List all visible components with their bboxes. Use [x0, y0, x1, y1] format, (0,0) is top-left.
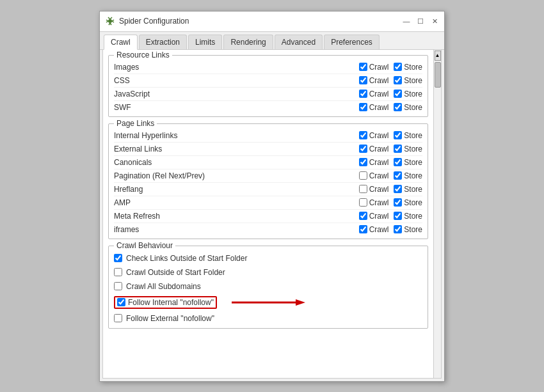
- el-store-checkbox[interactable]: [394, 145, 402, 153]
- mr-crawl-checkbox[interactable]: [359, 212, 367, 220]
- maximize-button[interactable]: ☐: [416, 17, 425, 26]
- table-row: External Links Crawl Store: [114, 143, 422, 156]
- row-label-swf: SWF: [114, 103, 354, 112]
- tab-advanced[interactable]: Advanced: [275, 35, 323, 49]
- check-links-outside-checkbox[interactable]: [114, 254, 122, 262]
- check-links-outside-label: Check Links Outside of Start Folder: [126, 254, 247, 263]
- hre-store-checkbox[interactable]: [394, 185, 402, 193]
- swf-store-group: Store: [394, 103, 422, 112]
- resource-links-label: Resource Links: [114, 51, 172, 59]
- table-row: AMP Crawl Store: [114, 196, 422, 210]
- css-store-checkbox[interactable]: [394, 76, 402, 84]
- can-store-checkbox[interactable]: [394, 158, 402, 166]
- crawl-label-images: Crawl: [369, 63, 389, 72]
- close-button[interactable]: ✕: [430, 17, 439, 26]
- page-links-section: Page Links Internal Hyperlinks Crawl Sto…: [108, 123, 428, 239]
- follow-external-nofollow-label: Follow External "nofollow": [126, 314, 214, 323]
- tab-limits[interactable]: Limits: [188, 35, 222, 49]
- table-row: Hreflang Crawl Store: [114, 183, 422, 196]
- hre-crawl-checkbox[interactable]: [359, 185, 367, 193]
- store-label-swf: Store: [404, 103, 422, 112]
- follow-internal-nofollow-checkbox[interactable]: [117, 298, 125, 306]
- tab-preferences[interactable]: Preferences: [324, 35, 380, 49]
- svg-line-4: [106, 21, 108, 22]
- table-row: CSS Crawl Store: [114, 74, 422, 88]
- crawl-behaviour-section: Crawl Behaviour Check Links Outside of S…: [108, 246, 428, 329]
- row-label-amp: AMP: [114, 198, 354, 207]
- table-row: JavaScript Crawl Store: [114, 88, 422, 101]
- el-crawl-checkbox[interactable]: [359, 145, 367, 153]
- content-wrapper: Resource Links Images Crawl Store: [102, 50, 442, 379]
- pag-crawl-checkbox[interactable]: [359, 171, 367, 180]
- table-row: Images Crawl Store: [114, 61, 422, 74]
- row-label-css: CSS: [114, 76, 354, 85]
- tab-crawl[interactable]: Crawl: [104, 35, 138, 50]
- js-store-checkbox[interactable]: [394, 90, 402, 98]
- follow-external-nofollow-checkbox[interactable]: [114, 314, 122, 322]
- if-crawl-checkbox[interactable]: [359, 225, 367, 233]
- window-controls: — ☐ ✕: [402, 17, 439, 26]
- ih-crawl-checkbox[interactable]: [359, 131, 367, 139]
- follow-internal-nofollow-label: Follow Internal "nofollow": [128, 298, 214, 307]
- row-label-hreflang: Hreflang: [114, 185, 354, 194]
- crawl-all-subdomains-checkbox[interactable]: [114, 282, 122, 290]
- list-item: Check Links Outside of Start Folder: [114, 251, 422, 265]
- row-label-iframes: iframes: [114, 225, 354, 234]
- can-crawl-checkbox[interactable]: [359, 158, 367, 166]
- css-store-group: Store: [394, 76, 422, 85]
- ih-store-checkbox[interactable]: [394, 131, 402, 139]
- row-label-internal-hyperlinks: Internal Hyperlinks: [114, 131, 354, 140]
- js-store-label: Store: [394, 90, 422, 98]
- table-row: Meta Refresh Crawl Store: [114, 210, 422, 223]
- red-arrow: [228, 296, 305, 309]
- store-label-css: Store: [404, 76, 422, 85]
- ih-crawl-group: Crawl: [359, 131, 389, 140]
- if-store-checkbox[interactable]: [394, 225, 402, 233]
- table-row: Internal Hyperlinks Crawl Store: [114, 129, 422, 143]
- table-row: Canonicals Crawl Store: [114, 156, 422, 169]
- crawl-behaviour-label: Crawl Behaviour: [114, 241, 175, 250]
- follow-internal-nofollow-highlight: Follow Internal "nofollow": [114, 296, 217, 309]
- crawl-outside-checkbox[interactable]: [114, 268, 122, 276]
- spider-config-window: Spider Configuration — ☐ ✕ Crawl Extract…: [99, 11, 445, 382]
- amp-store-checkbox[interactable]: [394, 198, 402, 207]
- images-crawl-checkbox[interactable]: [359, 63, 367, 71]
- js-crawl-label: Crawl: [359, 90, 389, 98]
- list-item: Follow External "nofollow": [114, 311, 422, 325]
- images-store-label: Store: [394, 63, 422, 72]
- tab-bar: Crawl Extraction Limits Rendering Advanc…: [100, 32, 444, 50]
- svg-line-6: [112, 21, 114, 22]
- row-label-external-links: External Links: [114, 145, 354, 153]
- scrollbar-thumb[interactable]: [435, 62, 441, 88]
- swf-crawl-group: Crawl: [359, 103, 389, 112]
- svg-line-8: [110, 23, 111, 25]
- crawl-label-swf: Crawl: [369, 103, 389, 112]
- crawl-outside-label: Crawl Outside of Start Folder: [126, 268, 225, 277]
- mr-store-checkbox[interactable]: [394, 212, 402, 220]
- row-label-canonicals: Canonicals: [114, 158, 354, 167]
- svg-marker-10: [296, 299, 305, 306]
- store-label-js: Store: [404, 90, 422, 98]
- images-store-checkbox[interactable]: [394, 63, 402, 71]
- minimize-button[interactable]: —: [402, 17, 411, 26]
- row-label-images: Images: [114, 63, 354, 72]
- amp-crawl-checkbox[interactable]: [359, 198, 367, 207]
- swf-store-checkbox[interactable]: [394, 103, 402, 111]
- svg-point-0: [108, 19, 112, 23]
- js-store-group: Store: [394, 90, 422, 98]
- css-crawl-label: Crawl: [359, 76, 389, 85]
- tab-rendering[interactable]: Rendering: [223, 35, 273, 49]
- swf-store-label: Store: [394, 103, 422, 112]
- swf-crawl-checkbox[interactable]: [359, 103, 367, 111]
- tab-extraction[interactable]: Extraction: [139, 35, 187, 49]
- js-crawl-checkbox[interactable]: [359, 90, 367, 98]
- table-row: iframes Crawl Store: [114, 223, 422, 236]
- app-icon: [105, 16, 115, 26]
- list-item: Crawl All Subdomains: [114, 279, 422, 294]
- title-bar: Spider Configuration — ☐ ✕: [100, 12, 444, 32]
- crawl-label-css: Crawl: [369, 76, 389, 85]
- pag-store-checkbox[interactable]: [394, 171, 402, 180]
- css-crawl-checkbox[interactable]: [359, 76, 367, 84]
- scrollbar[interactable]: ▲: [434, 50, 442, 379]
- swf-crawl-label: Crawl: [359, 103, 389, 112]
